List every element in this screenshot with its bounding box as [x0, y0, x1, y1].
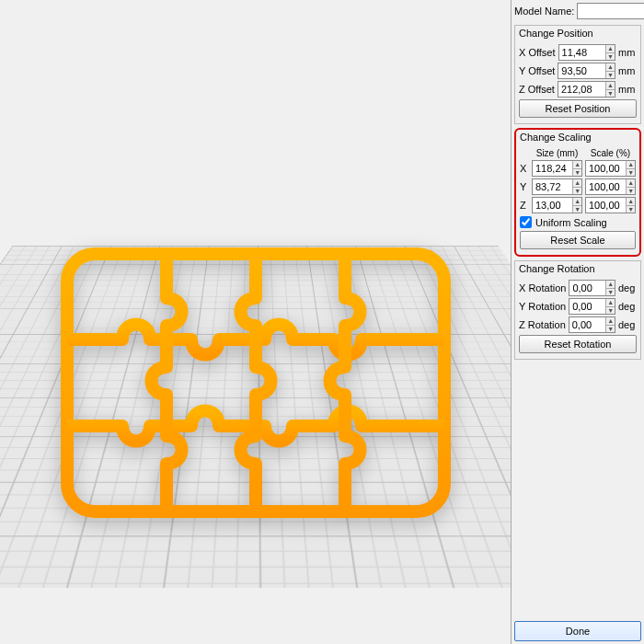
size-x-input[interactable]: ▲▼ — [532, 160, 582, 177]
model-name-label: Model Name: — [514, 6, 574, 17]
rotation-title: Change Rotation — [515, 261, 640, 276]
reset-position-button[interactable]: Reset Position — [519, 99, 637, 118]
size-z-input[interactable]: ▲▼ — [532, 197, 582, 213]
y-rotation-label: Y Rotation — [519, 301, 566, 312]
y-rotation-input[interactable]: ▲▼ — [569, 298, 615, 315]
rotation-section: Change Rotation X Rotation▲▼deg Y Rotati… — [514, 260, 641, 360]
chevron-up-icon: ▲ — [606, 45, 615, 53]
scale-z-label: Z — [520, 200, 529, 211]
size-header: Size (mm) — [532, 148, 582, 158]
properties-panel: Model Name: Change Position X Offset▲▼mm… — [511, 0, 644, 644]
uniform-scaling-checkbox[interactable]: Uniform Scaling — [520, 216, 636, 228]
viewport-3d[interactable] — [0, 0, 511, 644]
x-rotation-label: X Rotation — [519, 282, 566, 293]
scale-y-input[interactable]: ▲▼ — [585, 178, 636, 195]
z-offset-input[interactable]: ▲▼ — [558, 81, 615, 98]
app-root: Model Name: Change Position X Offset▲▼mm… — [0, 0, 644, 644]
position-section: Change Position X Offset▲▼mm Y Offset▲▼m… — [514, 25, 641, 124]
reset-rotation-button[interactable]: Reset Rotation — [519, 335, 637, 353]
scale-x-input[interactable]: ▲▼ — [585, 160, 636, 177]
model-name-row: Model Name: — [514, 3, 641, 19]
model-puzzle-cutter[interactable] — [49, 236, 463, 530]
x-offset-label: X Offset — [519, 47, 556, 58]
position-title: Change Position — [515, 26, 640, 40]
size-y-input[interactable]: ▲▼ — [532, 178, 582, 195]
done-button[interactable]: Done — [514, 621, 641, 641]
scaling-section: Change Scaling Size (mm)Scale (%) X▲▼▲▼ … — [514, 128, 641, 257]
z-rotation-label: Z Rotation — [519, 319, 566, 330]
scale-x-label: X — [520, 163, 529, 174]
y-offset-label: Y Offset — [519, 65, 555, 76]
scale-y-label: Y — [520, 181, 529, 192]
reset-scale-button[interactable]: Reset Scale — [520, 231, 636, 249]
y-offset-input[interactable]: ▲▼ — [558, 63, 615, 79]
scale-z-input[interactable]: ▲▼ — [585, 197, 636, 213]
scaling-title: Change Scaling — [516, 130, 639, 144]
z-rotation-input[interactable]: ▲▼ — [569, 316, 615, 333]
x-offset-input[interactable]: ▲▼ — [558, 44, 615, 61]
z-offset-label: Z Offset — [519, 84, 555, 95]
chevron-down-icon: ▼ — [606, 53, 615, 61]
x-rotation-input[interactable]: ▲▼ — [569, 280, 615, 296]
model-name-input[interactable] — [577, 3, 644, 19]
scale-header: Scale (%) — [585, 148, 636, 158]
